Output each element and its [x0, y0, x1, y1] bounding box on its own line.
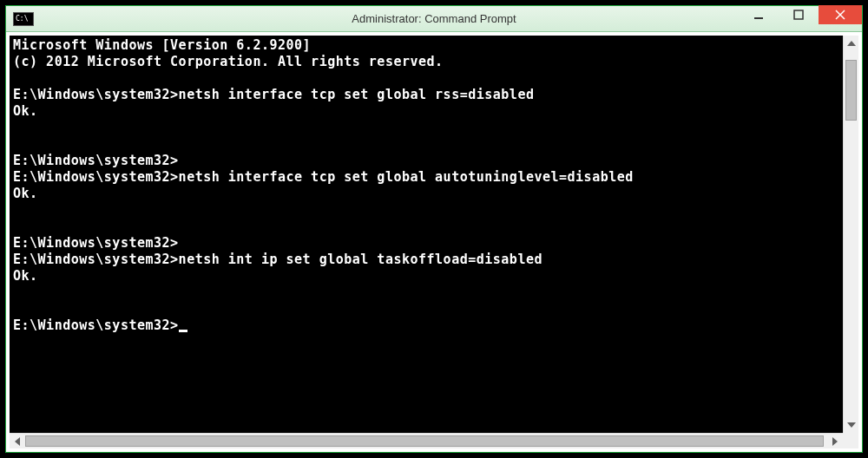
window-title: Administrator: Command Prompt — [352, 12, 516, 25]
maximize-button[interactable] — [779, 5, 819, 24]
scroll-up-arrow-icon[interactable] — [844, 36, 858, 51]
scroll-track-vertical[interactable] — [844, 51, 858, 417]
minimize-button[interactable] — [739, 5, 779, 24]
titlebar-controls — [739, 6, 862, 31]
hscroll-container — [10, 433, 858, 448]
scroll-thumb-vertical[interactable] — [845, 60, 857, 121]
vertical-scrollbar[interactable] — [843, 36, 858, 433]
horizontal-scrollbar[interactable] — [10, 433, 843, 448]
minimize-icon — [753, 10, 764, 20]
window: C:\ Administrator: Command Prompt — [5, 5, 863, 453]
scroll-down-arrow-icon[interactable] — [844, 417, 858, 433]
scroll-right-arrow-icon[interactable] — [827, 434, 843, 449]
titlebar[interactable]: C:\ Administrator: Command Prompt — [6, 6, 862, 32]
scroll-left-arrow-icon[interactable] — [10, 434, 25, 449]
scroll-thumb-horizontal[interactable] — [25, 435, 824, 447]
console-area: Microsoft Windows [Version 6.2.9200] (c)… — [6, 32, 862, 452]
text-cursor — [179, 330, 187, 332]
scroll-corner — [843, 433, 858, 448]
svg-rect-1 — [794, 10, 803, 19]
cmd-icon-label: C:\ — [16, 16, 28, 23]
svg-rect-0 — [754, 17, 763, 19]
cmd-icon: C:\ — [13, 12, 34, 26]
scroll-track-horizontal[interactable] — [25, 434, 827, 448]
console-output[interactable]: Microsoft Windows [Version 6.2.9200] (c)… — [10, 36, 843, 433]
close-icon — [835, 10, 845, 20]
maximize-icon — [793, 10, 804, 20]
console-wrapper: Microsoft Windows [Version 6.2.9200] (c)… — [10, 36, 858, 433]
close-button[interactable] — [819, 5, 862, 24]
